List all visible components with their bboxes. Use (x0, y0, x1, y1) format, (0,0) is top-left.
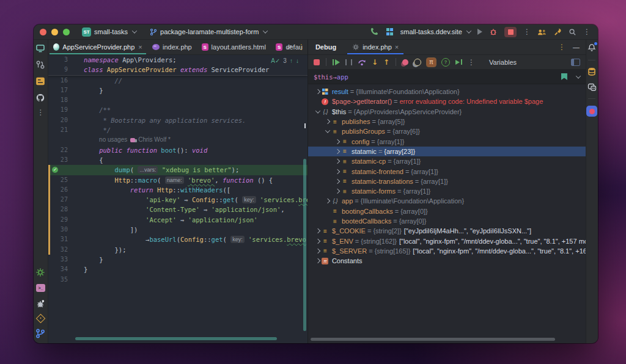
gutter[interactable]: 20 (48, 115, 75, 125)
arrow-down-icon[interactable]: ↓ (296, 57, 299, 64)
mute-breakpoints-icon[interactable] (402, 59, 408, 65)
code-line[interactable]: 32 }); (48, 245, 307, 255)
terminal-icon[interactable] (36, 284, 45, 292)
bookmark-icon[interactable] (561, 73, 567, 80)
expand-arrow-icon[interactable] (323, 129, 331, 133)
changes-icon[interactable] (35, 76, 45, 86)
gutter[interactable]: 29 (48, 215, 75, 225)
code-line[interactable]: 21 */ (48, 125, 307, 135)
code-editor[interactable]: A✓3↑↓ 3namespace App\Providers;9class Ap… (48, 55, 307, 343)
code-line[interactable]: 29 'Accept' ⇒ 'application/json' (48, 215, 307, 225)
gutter[interactable]: 9 (48, 65, 75, 75)
resume-icon[interactable] (333, 59, 340, 65)
variable-row[interactable]: statamic={array[23]} (308, 147, 586, 156)
window-close-button[interactable] (40, 29, 46, 35)
vertical-scrollbar[interactable] (303, 159, 306, 331)
plugin-app-icon[interactable] (586, 106, 597, 117)
view-breakpoints-icon[interactable] (414, 59, 421, 66)
run-icon[interactable] (477, 29, 482, 35)
variable-row[interactable]: $_SERVER={string[165]}["local", "nginx-f… (308, 246, 586, 256)
tools-icon[interactable] (553, 27, 562, 36)
gutter[interactable]: 32 (48, 245, 75, 255)
more-icon[interactable] (37, 109, 44, 115)
expand-arrow-icon[interactable] (333, 170, 341, 173)
stop-icon[interactable] (314, 59, 320, 65)
more-icon[interactable] (523, 29, 531, 35)
ai-assistant-icon[interactable] (587, 83, 597, 92)
more-icon[interactable] (468, 59, 475, 65)
gutter[interactable]: 3 (48, 55, 75, 65)
variable-row[interactable]: $_COOKIE={string[2]}["eyJpdiI6IjM4aHh...… (308, 226, 586, 236)
inlay-hint-line[interactable]: no usagesChris Wolf * (48, 135, 307, 145)
expand-arrow-icon[interactable] (333, 180, 341, 183)
evaluate-expression-icon[interactable] (427, 58, 436, 67)
stop-button[interactable] (504, 27, 517, 37)
code-line[interactable]: 22 public function boot(): void (48, 145, 307, 155)
code-line[interactable]: 3namespace App\Providers; (48, 55, 307, 65)
expand-icon[interactable] (286, 44, 293, 51)
code-line[interactable]: 25 Http::macro( name: 'brevo', function … (48, 175, 307, 185)
tab-appserviceprovider[interactable]: AppServiceProvider.php × (48, 40, 147, 54)
code-line[interactable]: 31 →baseUrl(Config::get( key: 'services.… (48, 235, 307, 244)
variable-row[interactable]: publishes={array[5]} (308, 117, 586, 126)
gutter[interactable] (48, 135, 75, 145)
gutter[interactable]: 22 (48, 145, 75, 155)
gutter[interactable]: 21 (48, 125, 75, 135)
gutter[interactable]: 16 (48, 76, 75, 86)
code-line[interactable]: 34} (48, 264, 307, 274)
variable-row[interactable]: $page->getIterator()=error evaluating co… (308, 96, 586, 106)
code-line[interactable]: 16 // (48, 76, 307, 86)
code-line[interactable]: 28 'Content-Type' ⇒ 'application/json', (48, 205, 307, 214)
project-switcher[interactable]: ST small-tasks (82, 27, 136, 37)
code-line[interactable]: 20 * Bootstrap any application services. (48, 115, 307, 125)
minimize-icon[interactable] (573, 43, 580, 51)
settings-icon[interactable] (35, 268, 45, 277)
gutter[interactable]: 34 (48, 264, 75, 274)
breakpoint-icon[interactable] (52, 167, 58, 173)
step-into-icon[interactable] (372, 58, 378, 67)
gutter[interactable]: 31 (48, 235, 75, 244)
expand-arrow-icon[interactable] (313, 90, 321, 93)
github-icon[interactable] (35, 93, 45, 103)
code-line[interactable]: 35 (48, 275, 307, 285)
variable-row[interactable]: statamic-translations={array[1]} (308, 177, 586, 186)
window-zoom-button[interactable] (63, 29, 70, 35)
tab-index-php[interactable]: index.php (147, 40, 197, 54)
expand-arrow-icon[interactable] (333, 159, 341, 163)
horizontal-scrollbar[interactable] (311, 338, 555, 341)
database-icon[interactable] (587, 67, 596, 76)
expand-arrow-icon[interactable] (323, 199, 331, 203)
gutter[interactable]: 18 (48, 95, 75, 105)
debug-session-tab[interactable]: index.php × (347, 40, 403, 54)
variable-row[interactable]: $this={App\Providers\AppServiceProvider} (308, 107, 586, 117)
pull-requests-icon[interactable] (35, 60, 45, 70)
expand-arrow-icon[interactable] (313, 259, 321, 263)
gutter[interactable]: 25 (48, 175, 75, 185)
tab-layout-antlers[interactable]: layout.antlers.html (197, 40, 271, 54)
search-icon[interactable] (569, 28, 576, 36)
code-line[interactable]: 26 return Http::withHeaders([ (48, 185, 307, 195)
expand-arrow-icon[interactable] (313, 229, 321, 233)
code-line[interactable]: 33 } (48, 255, 307, 264)
gutter[interactable]: 27 (48, 195, 75, 205)
code-line[interactable]: 9class AppServiceProvider extends Servic… (48, 65, 307, 75)
code-line[interactable]: 19 /** (48, 105, 307, 115)
gutter[interactable]: 28 (48, 205, 75, 214)
code-line[interactable]: 23 { (48, 155, 307, 165)
variable-row[interactable]: result={Illuminate\Foundation\Applicatio… (308, 87, 586, 96)
layout-icon[interactable] (571, 59, 580, 66)
gutter[interactable]: 33 (48, 255, 75, 264)
more-icon[interactable] (583, 29, 591, 35)
run-to-cursor-icon[interactable] (455, 59, 462, 65)
expand-arrow-icon[interactable] (313, 110, 321, 114)
expand-arrow-icon[interactable] (313, 249, 321, 253)
close-icon[interactable]: × (395, 43, 399, 51)
services-icon[interactable] (36, 314, 46, 324)
debugger-icon[interactable] (35, 299, 45, 308)
debug-icon[interactable] (489, 27, 498, 36)
step-over-icon[interactable] (358, 58, 366, 66)
variable-row[interactable]: statamic-frontend={array[1]} (308, 166, 586, 176)
evaluate-input[interactable]: $this→app (308, 70, 586, 84)
variable-row[interactable]: statamic-cp={array[1]} (308, 156, 586, 166)
project-icon[interactable] (35, 43, 45, 53)
